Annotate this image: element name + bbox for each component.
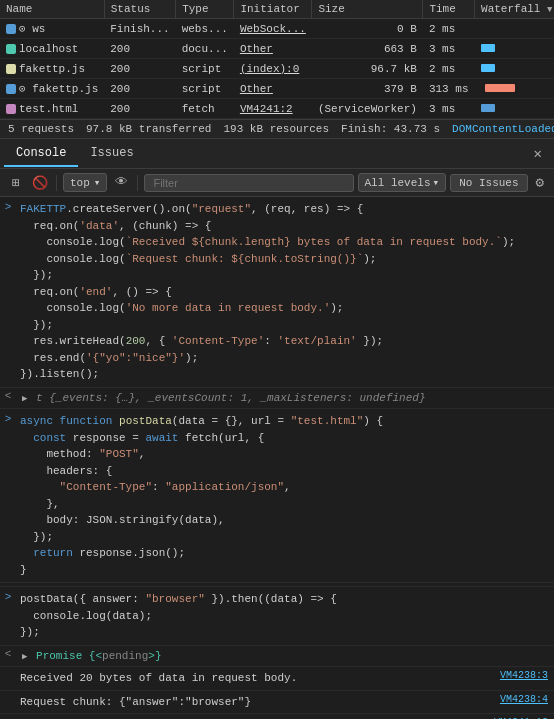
console-toolbar: ⊞ 🚫 top ▾ 👁 All levels ▾ No Issues ⚙ [0, 169, 554, 197]
row-name: localhost [0, 39, 104, 59]
network-section: Name Status Type Initiator Size Time Wat… [0, 0, 554, 119]
settings-icon[interactable]: ⚙ [532, 174, 548, 191]
row-initiator: VM4241:2 [234, 99, 312, 119]
col-status[interactable]: Status [104, 0, 175, 19]
expand-arrow-promise-icon[interactable]: ▶ [20, 652, 29, 662]
filter-input[interactable] [144, 174, 353, 192]
row-initiator: Other [234, 39, 312, 59]
col-size[interactable]: Size [312, 0, 423, 19]
no-issues-label: No Issues [459, 177, 518, 189]
left-arrow-icon-2: < [0, 647, 16, 660]
console-result-1: < ▶ t {_events: {…}, _eventsCount: 1, _m… [0, 388, 554, 410]
context-label: top [70, 177, 90, 189]
row-size: (ServiceWorker) [312, 99, 423, 119]
close-button[interactable]: ✕ [526, 145, 550, 162]
code-content: FAKETTP.createServer().on("request", (re… [16, 200, 554, 384]
caret-icon-3: > [0, 590, 16, 603]
context-selector[interactable]: top ▾ [63, 173, 107, 192]
row-time: 2 ms [423, 59, 475, 79]
console-code-block-1: > FAKETTP.createServer().on("request", (… [0, 197, 554, 388]
msg-prefix-icon [0, 669, 16, 670]
table-row[interactable]: localhost 200 docu... Other 663 B 3 ms [0, 39, 554, 59]
row-name: ⊙ ws [0, 19, 104, 39]
dom-loaded-time: DOMContentLoaded: 80 ms [452, 123, 554, 135]
toolbar-divider-2 [137, 175, 138, 191]
row-size: 96.7 kB [312, 59, 423, 79]
table-row[interactable]: ⊙ ws Finish... webs... WebSock... 0 B 2 … [0, 19, 554, 39]
msg-text: Received 20 bytes of data in request bod… [16, 669, 474, 688]
row-status: 200 [104, 79, 175, 99]
row-waterfall [475, 39, 554, 59]
table-row[interactable]: test.html 200 fetch VM4241:2 (ServiceWor… [0, 99, 554, 119]
expand-arrow-icon[interactable]: ▶ [20, 394, 29, 404]
row-type: script [176, 79, 234, 99]
promise-content: ▶ Promise {<pending>} [16, 647, 554, 666]
eye-icon[interactable]: 👁 [111, 173, 131, 193]
col-time[interactable]: Time [423, 0, 475, 19]
row-time: 2 ms [423, 19, 475, 39]
row-status: 200 [104, 59, 175, 79]
msg-line-1: Request chunk: {"answer":"browser"} VM42… [0, 691, 554, 715]
console-code-block-2: > async function postData(data = {}, url… [0, 409, 554, 583]
toolbar-divider-1 [56, 175, 57, 191]
tab-console[interactable]: Console [4, 141, 78, 167]
row-waterfall [475, 19, 554, 39]
sidebar-toggle-icon[interactable]: ⊞ [6, 173, 26, 193]
source-link[interactable]: VM4238:3 [474, 669, 554, 682]
col-waterfall[interactable]: Waterfall ▼ [475, 0, 554, 19]
row-waterfall [475, 99, 554, 119]
levels-label: All levels [365, 177, 431, 189]
requests-count: 5 requests [8, 123, 74, 135]
tab-issues[interactable]: Issues [78, 141, 145, 167]
expand-prefix-icon [0, 716, 16, 717]
transferred-size: 97.8 kB transferred [86, 123, 211, 135]
row-type: docu... [176, 39, 234, 59]
console-code-block-3: > postData({ answer: "browser" }).then((… [0, 587, 554, 646]
row-name: fakettp.js [0, 59, 104, 79]
console-output: > FAKETTP.createServer().on("request", (… [0, 197, 554, 719]
network-table: Name Status Type Initiator Size Time Wat… [0, 0, 554, 119]
row-name: test.html [0, 99, 104, 119]
row-type: script [176, 59, 234, 79]
no-issues-button[interactable]: No Issues [450, 174, 527, 192]
row-initiator: WebSock... [234, 19, 312, 39]
resources-size: 193 kB resources [223, 123, 329, 135]
row-name: ⊙ fakettp.js [0, 79, 104, 99]
col-initiator[interactable]: Initiator [234, 0, 312, 19]
tabs-bar: Console Issues ✕ [0, 139, 554, 169]
row-status: 200 [104, 99, 175, 119]
log-levels-selector[interactable]: All levels ▾ [358, 173, 447, 192]
row-size: 663 B [312, 39, 423, 59]
result-content: ▶ t {_events: {…}, _eventsCount: 1, _max… [16, 389, 554, 408]
msg-text: Request chunk: {"answer":"browser"} [16, 693, 474, 712]
row-time: 3 ms [423, 99, 475, 119]
row-time: 313 ms [423, 79, 475, 99]
row-size: 0 B [312, 19, 423, 39]
finish-time: Finish: 43.73 s [341, 123, 440, 135]
row-initiator: (index):0 [234, 59, 312, 79]
console-area: > FAKETTP.createServer().on("request", (… [0, 197, 554, 719]
chevron-down-icon-levels: ▾ [433, 176, 440, 189]
left-arrow-icon: < [0, 389, 16, 402]
chevron-down-icon: ▾ [94, 176, 101, 189]
row-size: 379 B [312, 79, 423, 99]
table-row[interactable]: fakettp.js 200 script (index):0 96.7 kB … [0, 59, 554, 79]
source-link[interactable]: VM4238:4 [474, 693, 554, 706]
col-name[interactable]: Name [0, 0, 104, 19]
msg-prefix-icon [0, 693, 16, 694]
row-initiator: Other [234, 79, 312, 99]
code-content-3: postData({ answer: "browser" }).then((da… [16, 590, 554, 642]
promise-line: < ▶ Promise {<pending>} [0, 646, 554, 668]
row-status: 200 [104, 39, 175, 59]
clear-console-icon[interactable]: 🚫 [30, 173, 50, 193]
sort-arrow-icon: ▼ [547, 5, 552, 15]
row-status: Finish... [104, 19, 175, 39]
row-type: fetch [176, 99, 234, 119]
code-content-2: async function postData(data = {}, url =… [16, 412, 554, 579]
col-type[interactable]: Type [176, 0, 234, 19]
msg-line-0: Received 20 bytes of data in request bod… [0, 667, 554, 691]
table-row[interactable]: ⊙ fakettp.js 200 script Other 379 B 313 … [0, 79, 554, 99]
status-bar: 5 requests 97.8 kB transferred 193 kB re… [0, 119, 554, 139]
row-type: webs... [176, 19, 234, 39]
row-time: 3 ms [423, 39, 475, 59]
